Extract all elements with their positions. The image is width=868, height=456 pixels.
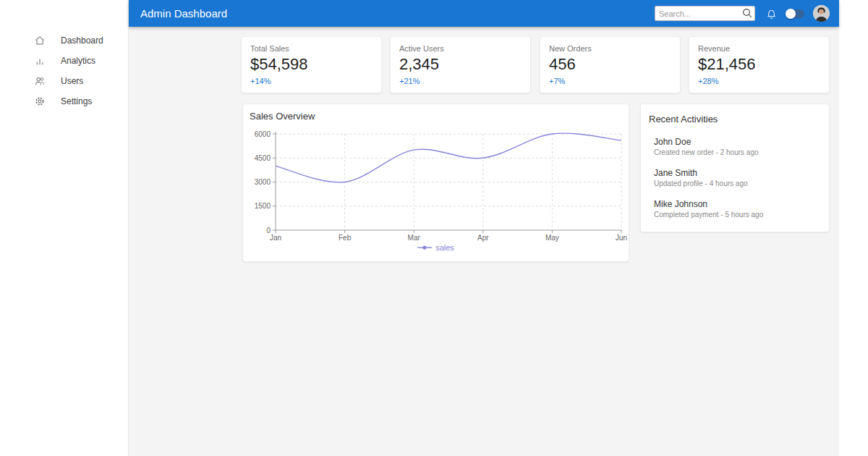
user-avatar[interactable] [813, 5, 830, 22]
list-item: John Doe Created new order - 2 hours ago [654, 137, 822, 157]
sidebar: Dashboard Analytics Users [0, 0, 129, 456]
home-icon [35, 35, 45, 46]
activities-list: John Doe Created new order - 2 hours ago… [654, 137, 822, 230]
recent-activities-card: Recent Activities John Doe Created new o… [640, 104, 830, 232]
x-tick-label: Jun [616, 234, 627, 242]
app-header: Admin Dashboard [129, 0, 839, 27]
x-tick-label: Feb [339, 234, 352, 242]
stat-value: $21,456 [698, 55, 820, 74]
legend-label: sales [435, 243, 454, 252]
x-tick-label: Mar [408, 234, 421, 242]
sidebar-item-dashboard[interactable]: Dashboard [0, 30, 128, 51]
x-tick-label: Apr [477, 234, 489, 242]
activities-title: Recent Activities [649, 114, 718, 124]
list-item: Mike Johnson Completed payment - 5 hours… [654, 199, 822, 219]
activity-user-name: Mike Johnson [654, 199, 822, 209]
stat-change-badge: +28% [698, 77, 820, 85]
search-box [655, 6, 755, 21]
sales-line-chart: 6000 4500 3000 1500 0 Jan Feb Mar Apr Ma… [243, 104, 630, 263]
activity-detail: Updated profile - 4 hours ago [654, 180, 822, 188]
toggle-knob [786, 9, 796, 19]
y-tick-label: 6000 [255, 130, 271, 138]
activity-user-name: Jane Smith [654, 168, 822, 178]
stat-label: Total Sales [250, 44, 373, 53]
activity-detail: Created new order - 2 hours ago [654, 148, 822, 157]
sidebar-item-label: Dashboard [61, 35, 103, 46]
y-tick-label: 1500 [255, 202, 271, 210]
legend-line-icon [417, 244, 432, 251]
stat-label: Active Users [399, 44, 522, 53]
x-tick-label: Jan [270, 234, 281, 242]
page-title: Admin Dashboard [140, 7, 227, 20]
header-actions [655, 5, 830, 22]
stat-card-active-users: Active Users 2,345 +21% [390, 36, 531, 93]
stat-card-total-sales: Total Sales $54,598 +14% [241, 36, 382, 93]
legend-item-sales[interactable]: sales [243, 243, 629, 252]
search-icon [742, 8, 752, 21]
stat-label: New Orders [549, 44, 671, 53]
stat-change-badge: +14% [250, 77, 373, 85]
stat-value: $54,598 [250, 55, 373, 74]
sidebar-nav: Dashboard Analytics Users [0, 30, 128, 111]
stat-label: Revenue [698, 44, 820, 53]
sidebar-item-label: Users [61, 76, 83, 86]
bar-chart-icon [35, 56, 45, 66]
stat-value: 456 [549, 55, 671, 74]
search-input[interactable] [655, 6, 755, 21]
legend-dot [423, 245, 427, 249]
theme-toggle-switch[interactable] [787, 9, 804, 18]
users-icon [35, 76, 45, 86]
activity-user-name: John Doe [654, 137, 822, 147]
sidebar-item-label: Settings [61, 96, 92, 106]
list-item: Jane Smith Updated profile - 4 hours ago [654, 168, 822, 188]
sales-line-path [276, 133, 621, 182]
gear-icon [35, 96, 45, 106]
stat-value: 2,345 [399, 55, 522, 74]
y-tick-label: 0 [266, 227, 271, 235]
stat-card-revenue: Revenue $21,456 +28% [689, 36, 830, 93]
notifications-bell-icon[interactable] [766, 8, 777, 20]
stat-change-badge: +7% [549, 77, 671, 85]
sidebar-item-label: Analytics [61, 56, 95, 66]
sidebar-item-analytics[interactable]: Analytics [0, 51, 128, 71]
sidebar-item-users[interactable]: Users [0, 71, 128, 91]
x-tick-label: May [545, 234, 559, 242]
y-tick-label: 4500 [255, 154, 271, 162]
sales-overview-card: Sales Overview 6000 4500 3000 1500 0 [242, 104, 629, 262]
stat-card-new-orders: New Orders 456 +7% [540, 36, 681, 93]
stat-change-badge: +21% [399, 77, 522, 85]
activity-detail: Completed payment - 5 hours ago [654, 211, 822, 219]
y-tick-label: 3000 [255, 178, 271, 186]
sidebar-item-settings[interactable]: Settings [0, 91, 128, 111]
